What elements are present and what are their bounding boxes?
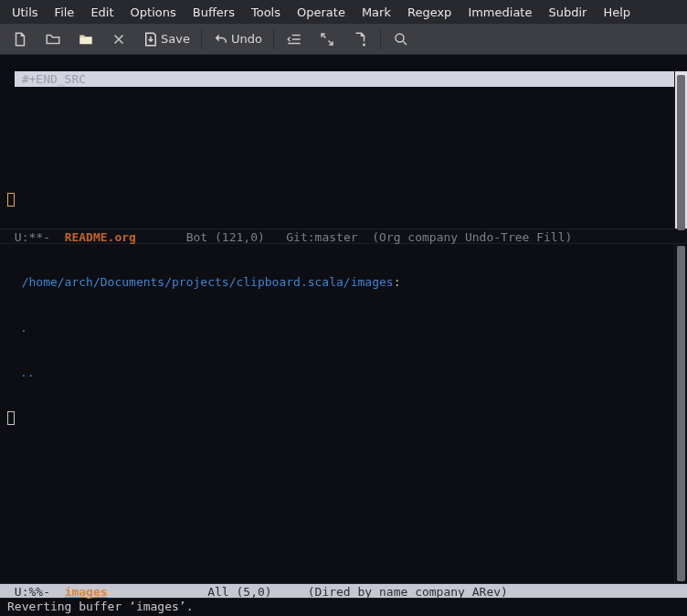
scrollbar-thumb[interactable] xyxy=(677,75,685,230)
tool-bar: Save Undo xyxy=(0,24,687,55)
modeline-images[interactable]: U:%%- images All (5,0) (Dired by name co… xyxy=(0,583,687,599)
menu-operate[interactable]: Operate xyxy=(289,2,354,23)
modeline-bufname: images xyxy=(65,585,108,599)
search-icon xyxy=(393,31,409,48)
dired-colon: : xyxy=(394,275,401,289)
dired-entry-dotdot[interactable]: .. xyxy=(7,366,687,381)
current-folder-button[interactable] xyxy=(69,24,102,55)
toolbar-separator xyxy=(273,29,274,49)
buffer-readme[interactable]: #+END_SRC ** Download Release ... xyxy=(0,55,687,228)
menu-mark[interactable]: Mark xyxy=(354,2,399,23)
dired-path: /home/arch/Documents/projects/clipboard.… xyxy=(7,275,394,289)
scrollbar-thumb[interactable] xyxy=(677,246,685,581)
cursor-outline xyxy=(7,193,15,207)
toolbar-separator xyxy=(201,29,202,49)
menu-edit[interactable]: Edit xyxy=(82,2,122,23)
scrollbar-buf1[interactable] xyxy=(674,71,687,228)
undo-label: Undo xyxy=(231,32,262,46)
modeline-rest: All (5,0) (Dired by name company ARev) xyxy=(108,585,508,599)
dedent-button[interactable] xyxy=(278,24,311,55)
cursor xyxy=(7,411,15,425)
file-plus-icon xyxy=(352,31,368,48)
close-button[interactable] xyxy=(102,24,135,55)
save-button[interactable]: Save xyxy=(135,24,197,55)
folder-outline-icon xyxy=(45,31,61,48)
undo-button[interactable]: Undo xyxy=(206,24,270,55)
dedent-icon xyxy=(286,31,302,48)
menu-utils[interactable]: Utils xyxy=(4,2,47,23)
undo-icon xyxy=(213,31,229,48)
menu-regexp[interactable]: Regexp xyxy=(399,2,460,23)
new-frame-button[interactable] xyxy=(344,24,376,55)
open-folder-button[interactable] xyxy=(37,24,69,55)
menu-help[interactable]: Help xyxy=(595,2,639,23)
menu-file[interactable]: File xyxy=(47,2,83,23)
save-label: Save xyxy=(161,32,190,46)
menu-options[interactable]: Options xyxy=(122,2,185,23)
frame-layout-button[interactable] xyxy=(311,24,344,55)
end-src-line: #+END_SRC xyxy=(15,71,674,87)
svg-point-0 xyxy=(396,34,404,42)
scrollbar-buf2[interactable] xyxy=(674,244,687,583)
echo-area: Reverting buffer ‘images’. xyxy=(0,599,687,614)
toolbar-separator xyxy=(380,29,381,49)
menu-subdir[interactable]: Subdir xyxy=(540,2,595,23)
menu-buffers[interactable]: Buffers xyxy=(185,2,243,23)
menu-tools[interactable]: Tools xyxy=(243,2,289,23)
menu-bar: Utils File Edit Options Buffers Tools Op… xyxy=(0,0,687,24)
menu-immediate[interactable]: Immediate xyxy=(460,2,540,23)
new-file-icon xyxy=(12,31,28,48)
modeline-left: U:%%- xyxy=(7,585,65,599)
folder-icon xyxy=(78,31,94,48)
new-file-button[interactable] xyxy=(4,24,37,55)
frame-corners-icon xyxy=(319,31,335,48)
dired-entry-dot[interactable]: . xyxy=(7,321,687,336)
close-icon xyxy=(111,31,127,48)
buffer-dired-images[interactable]: /home/arch/Documents/projects/clipboard.… xyxy=(0,244,687,583)
search-button[interactable] xyxy=(385,24,417,55)
save-icon xyxy=(143,31,159,48)
